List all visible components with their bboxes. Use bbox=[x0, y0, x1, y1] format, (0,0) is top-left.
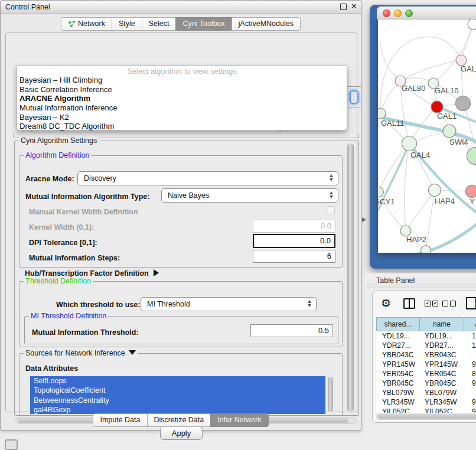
network-node[interactable] bbox=[378, 187, 384, 197]
table-horizontal-scrollbar[interactable] bbox=[376, 413, 476, 420]
gear-icon[interactable]: ⚙ bbox=[381, 296, 391, 309]
split-columns-icon[interactable] bbox=[403, 298, 415, 309]
network-node[interactable] bbox=[429, 184, 441, 197]
table-cell: YER054C bbox=[420, 369, 465, 379]
table-cell: YBR043C bbox=[376, 350, 420, 360]
tab-infer-network[interactable]: Infer Network bbox=[210, 413, 268, 427]
mi-threshold-field[interactable]: 0.5 bbox=[250, 324, 333, 337]
table-row[interactable]: YBL079WYBL079W bbox=[376, 388, 476, 397]
threshold-definition-title: Threshold Definition bbox=[24, 277, 93, 285]
corner-button-fragment[interactable] bbox=[5, 439, 18, 450]
network-icon bbox=[68, 21, 76, 28]
network-node[interactable] bbox=[467, 148, 476, 165]
mi-steps-field[interactable]: 6 bbox=[253, 250, 335, 263]
network-node[interactable] bbox=[456, 96, 471, 111]
aracne-mode-select[interactable]: Discovery bbox=[77, 171, 338, 185]
tab-select[interactable]: Select bbox=[142, 17, 177, 31]
table-row[interactable]: YPR145WYPR145W9. bbox=[376, 360, 476, 369]
table-row[interactable]: YER054CYER054C8. bbox=[376, 369, 476, 379]
tab-network-label: Network bbox=[78, 18, 105, 30]
algorithm-option[interactable]: Bayesian – K2 bbox=[17, 113, 347, 122]
tab-cyni-toolbox[interactable]: Cyni Toolbox bbox=[175, 17, 232, 31]
algorithm-dropdown-popup: Select algorithm to view settings Bayesi… bbox=[17, 66, 347, 131]
network-node[interactable] bbox=[378, 108, 386, 119]
table-cell: 13 bbox=[465, 331, 476, 341]
cyni-bottom-tabs: Impute Data Discretize Data Infer Networ… bbox=[1, 413, 361, 427]
close-icon[interactable]: ✕ bbox=[351, 2, 357, 11]
network-edge[interactable] bbox=[406, 190, 435, 231]
aracne-mode-label: Aracne Mode: bbox=[25, 175, 74, 183]
cyni-settings-title: Cyni Algorithm Settings bbox=[19, 136, 99, 145]
network-edge[interactable] bbox=[426, 190, 435, 250]
close-traffic-light[interactable] bbox=[383, 9, 390, 17]
network-canvas[interactable]: GALGAL80GAL10GAL1GAL11SWI4GAL4GCY1HAP4YH… bbox=[378, 19, 476, 253]
column-header-shared-name[interactable]: shared... bbox=[376, 317, 420, 331]
kernel-width-label: Kernel Width (0,1): bbox=[29, 223, 94, 231]
column-header-name[interactable]: name bbox=[419, 317, 464, 331]
network-node[interactable] bbox=[421, 246, 431, 253]
dpi-tolerance-field[interactable]: 0.0 bbox=[253, 234, 335, 248]
column-header-cut[interactable]: A bbox=[464, 317, 476, 331]
data-attributes-list[interactable]: SelfLoopsTopologicalCoefficientBetweenne… bbox=[30, 376, 325, 414]
attribute-list-item[interactable]: gal4RGexp bbox=[30, 405, 325, 414]
node-label: SWI4 bbox=[449, 138, 468, 146]
network-node[interactable] bbox=[443, 125, 456, 138]
attribute-list-item[interactable]: BetweennessCentrality bbox=[30, 396, 325, 405]
table-row[interactable]: YBR043CYBR043C bbox=[376, 350, 476, 360]
apply-button[interactable]: Apply bbox=[160, 426, 203, 440]
table-row[interactable]: YDR27...YDR27...12 bbox=[376, 341, 476, 350]
algorithm-option[interactable]: Basic Correlation Inference bbox=[17, 85, 347, 94]
document-icon[interactable] bbox=[466, 297, 476, 309]
tab-impute-data[interactable]: Impute Data bbox=[93, 413, 147, 427]
network-edge[interactable] bbox=[433, 24, 473, 83]
collapse-down-icon[interactable] bbox=[129, 350, 136, 355]
list-vertical-scrollbar[interactable] bbox=[327, 376, 334, 414]
table-cell: YLR345W bbox=[420, 397, 465, 407]
network-node[interactable] bbox=[468, 19, 476, 30]
network-edge[interactable] bbox=[405, 144, 409, 231]
float-window-icon[interactable] bbox=[340, 4, 347, 10]
which-threshold-select[interactable]: MI Threshold bbox=[141, 297, 317, 311]
network-edge[interactable] bbox=[380, 37, 461, 113]
attribute-list-item[interactable]: TopologicalCoefficient bbox=[30, 386, 325, 395]
algorithm-option[interactable]: Dream8 DC_TDC Algorithm bbox=[17, 122, 347, 131]
algorithm-option[interactable]: ARACNE Algorithm bbox=[17, 94, 347, 103]
tab-discretize-data[interactable]: Discretize Data bbox=[147, 413, 211, 427]
node-table: shared... name A YDL19...YDL19...13YDR27… bbox=[376, 317, 476, 413]
network-edge[interactable] bbox=[400, 60, 461, 81]
node-label: GAL bbox=[461, 64, 476, 73]
cyni-toolbox-panel: Select algorithm to view settings Bayesi… bbox=[5, 32, 357, 412]
algorithm-option[interactable]: Bayesian – Hill Climbing bbox=[17, 76, 347, 85]
table-row[interactable]: YDL19...YDL19...13 bbox=[376, 331, 476, 341]
kernel-width-field[interactable]: 0.0 bbox=[253, 220, 335, 233]
algorithm-option[interactable]: Mutual Information Inference bbox=[17, 103, 347, 113]
attribute-list-item[interactable]: SelfLoops bbox=[30, 376, 325, 386]
stepper-arrows-icon bbox=[330, 191, 333, 198]
table-cell: YER054C bbox=[376, 369, 420, 379]
tab-style[interactable]: Style bbox=[112, 17, 142, 31]
table-row[interactable]: YLR345WYLR345W9. bbox=[376, 397, 476, 407]
select-all-icon[interactable]: ✓✓ bbox=[425, 301, 438, 306]
tab-network[interactable]: Network bbox=[61, 17, 112, 31]
network-node[interactable] bbox=[466, 185, 476, 198]
deselect-all-icon[interactable] bbox=[442, 301, 456, 306]
mouse-cursor bbox=[362, 217, 366, 222]
table-cell: YBR043C bbox=[420, 350, 465, 360]
control-panel-title: Control Panel bbox=[5, 3, 50, 11]
mi-type-select[interactable]: Naive Bayes bbox=[161, 188, 338, 203]
table-row[interactable]: YBR045CYBR045C9. bbox=[376, 379, 476, 388]
table-cell: 9. bbox=[465, 379, 476, 388]
network-node[interactable] bbox=[431, 101, 443, 113]
minimize-traffic-light[interactable] bbox=[394, 9, 402, 17]
network-edge[interactable] bbox=[380, 81, 400, 113]
network-node[interactable] bbox=[402, 136, 417, 151]
manual-kernel-checkbox[interactable] bbox=[327, 206, 335, 214]
node-label: Y bbox=[470, 197, 475, 206]
combo-stepper-focused[interactable] bbox=[350, 90, 358, 104]
settings-vertical-scrollbar[interactable] bbox=[347, 143, 354, 413]
network-edge[interactable] bbox=[380, 43, 400, 81]
zoom-traffic-light[interactable] bbox=[405, 9, 413, 17]
table-row[interactable]: YIL052CYIL052C9 bbox=[376, 407, 476, 413]
table-cell: 9. bbox=[465, 397, 476, 407]
tab-jactivemnodules[interactable]: jActiveMNodules bbox=[232, 17, 301, 31]
